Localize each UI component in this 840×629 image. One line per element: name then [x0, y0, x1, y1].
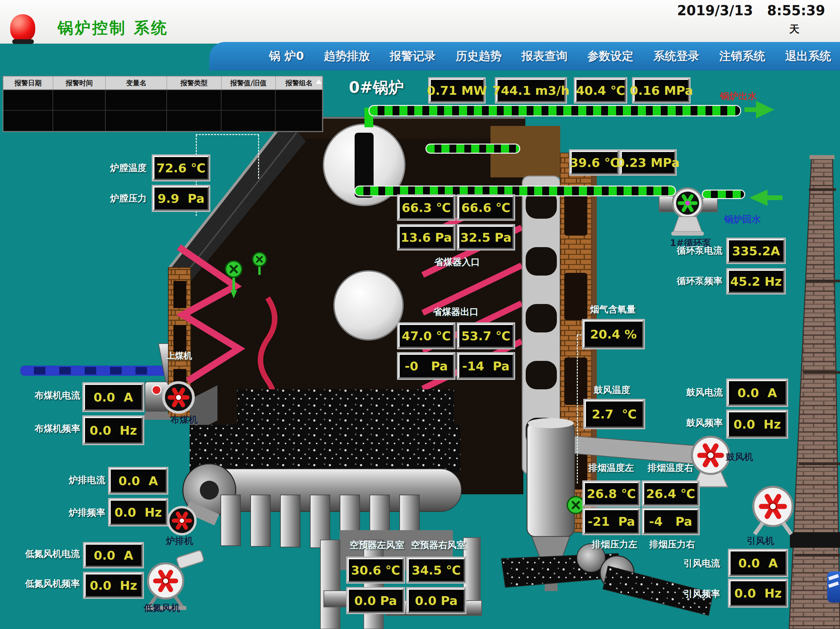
blast-freq-label: 鼓风频率	[686, 417, 723, 429]
return-flow-arrow	[749, 189, 767, 206]
menu-item-trend-emission[interactable]: 趋势排放	[324, 49, 370, 64]
id-freq-gauge: 0.0 Hz	[729, 580, 787, 606]
eco-in-temp-right-gauge: 66.6 ℃	[458, 195, 514, 219]
eco-out-press-right-gauge: -14 Pa	[458, 353, 514, 378]
alarm-lamp-base	[12, 39, 34, 44]
grate-machine-label: 炉排机	[166, 535, 193, 547]
alarm-table-header: 报警日期 报警时间 变量名 报警类型 报警值/旧值 报警组名	[3, 77, 322, 90]
outlet-water-pipe	[368, 105, 741, 117]
aph-left-label: 空预器左风室	[349, 539, 404, 551]
lnox-current-gauge: 0.0 A	[84, 543, 143, 567]
eco-outlet-label: 省煤器出口	[433, 306, 478, 318]
alarm-col-variable: 变量名	[106, 77, 167, 89]
alarm-table[interactable]: 报警日期 报警时间 变量名 报警类型 报警值/旧值 报警组名	[3, 76, 323, 132]
flue-temp-right-label: 排烟温度右	[647, 462, 693, 474]
vendor-logo	[827, 571, 840, 602]
date-text: 2019/3/13	[677, 3, 753, 18]
alarm-col-time: 报警时间	[53, 77, 106, 89]
power-gauge: 0.71 MW	[429, 79, 484, 102]
menu-item-history-trend[interactable]: 历史趋势	[456, 49, 502, 64]
coal-freq-label: 布煤机频率	[35, 422, 80, 435]
o2-label: 烟气含氧量	[590, 303, 636, 315]
pump-freq-label: 循环泵频率	[677, 275, 722, 287]
return-temp-gauge: 39.6 ℃	[570, 151, 619, 174]
eco-in-press-right-gauge: 32.5 Pa	[458, 225, 514, 249]
flue-temp-left-gauge: 26.8 ℃	[584, 482, 639, 505]
eco-in-temp-left-gauge: 66.3 ℃	[398, 195, 454, 219]
internal-pipe	[425, 143, 520, 154]
grate-current-gauge: 0.0 A	[109, 468, 167, 493]
coal-feeder-label: 上煤机	[167, 350, 192, 361]
low-nox-fan-icon[interactable]	[145, 550, 204, 610]
blast-current-label: 鼓风电流	[686, 386, 723, 399]
furnace-press-label: 炉膛压力	[110, 192, 147, 205]
coal-freq-gauge: 0.0 Hz	[84, 417, 143, 444]
eco-out-press-left-gauge: -0 Pa	[398, 353, 454, 378]
alarm-table-row	[3, 90, 322, 111]
furnace-press-gauge: 9.9 Pa	[153, 186, 209, 211]
blast-fan-label: 鼓风机	[726, 451, 753, 463]
menu-item-param-setting[interactable]: 参数设定	[587, 49, 633, 64]
outlet-press-gauge: 0.16 MPa	[633, 79, 689, 102]
instrument-line	[258, 135, 259, 179]
alarm-table-row	[3, 111, 322, 131]
eco-out-temp-right-gauge: 53.7 ℃	[458, 324, 514, 348]
furnace-temp-gauge: 72.6 ℃	[153, 156, 209, 180]
alarm-lamp-icon	[10, 14, 35, 41]
menu-item-report-query[interactable]: 报表查询	[522, 49, 568, 64]
induced-fan-icon[interactable]	[753, 487, 793, 534]
id-freq-label: 引风频率	[684, 588, 720, 600]
menu-item-system-login[interactable]: 系统登录	[654, 49, 699, 64]
outlet-arrow-tail	[744, 107, 756, 112]
menu-item-logout[interactable]: 注销系统	[719, 49, 765, 64]
flue-press-left-gauge: -21 Pa	[584, 509, 639, 534]
pump-freq-gauge: 45.2 Hz	[728, 270, 785, 293]
page-title: 锅炉控制 系统	[58, 17, 168, 39]
outlet-flow-arrow	[756, 101, 774, 118]
coal-current-label: 布煤机电流	[35, 389, 80, 402]
alarm-col-value: 报警值/旧值	[221, 77, 276, 89]
coal-machine-fan-icon[interactable]	[164, 383, 193, 412]
return-arrow-tail	[767, 195, 782, 200]
ash-conveyor	[501, 544, 713, 615]
lnox-current-label: 低氮风机电流	[25, 548, 80, 560]
grate-machine-fan-icon[interactable]	[168, 507, 196, 534]
menu-item-exit[interactable]: 退出系统	[785, 49, 831, 64]
return-water-pipe-2	[702, 189, 745, 199]
eco-inlet-label: 省煤器入口	[434, 256, 480, 268]
grate-freq-label: 炉排频率	[69, 506, 105, 519]
id-current-label: 引风电流	[684, 557, 720, 569]
blast-temp-label: 鼓风温度	[594, 384, 630, 396]
flue-temp-left-label: 排烟温度左	[588, 462, 634, 474]
coal-feed-pipe	[21, 366, 171, 376]
low-nox-fan-label: 低氮风机	[144, 602, 180, 614]
flue-press-left-label: 排烟压力左	[592, 538, 638, 550]
aph-temp-left-gauge: 30.6 ℃	[347, 558, 404, 582]
valve-icon[interactable]	[567, 497, 584, 514]
pump-current-gauge: 335.2A	[728, 239, 785, 263]
return-press-gauge: 0.23 MPa	[621, 151, 676, 174]
outlet-water-label: 锅炉出水	[720, 90, 757, 102]
return-water-pipe	[354, 186, 676, 196]
chimney	[789, 155, 840, 629]
menu-item-alarm-record[interactable]: 报警记录	[390, 49, 436, 64]
blast-fan-icon[interactable]	[692, 437, 729, 487]
scroll-up-icon[interactable]	[316, 79, 322, 84]
alarm-col-date: 报警日期	[3, 77, 53, 89]
instrument-line	[196, 134, 259, 135]
hmi-screen: 锅炉控制 系统 2019/3/13 8:55:39 天 锅 炉0 趋势排放 报警…	[0, 0, 840, 629]
datetime: 2019/3/13 8:55:39	[677, 3, 825, 18]
aph-press-right-gauge: 0.0 Pa	[407, 588, 465, 613]
blast-temp-gauge: 2.7 ℃	[584, 400, 644, 428]
alarm-col-type: 报警类型	[167, 77, 221, 89]
flue-press-right-label: 排烟压力右	[649, 538, 695, 550]
id-current-gauge: 0.0 A	[729, 550, 787, 576]
aph-temp-right-gauge: 34.5 ℃	[407, 558, 465, 582]
eco-in-press-left-gauge: 13.6 Pa	[398, 225, 454, 249]
pump-current-label: 循环泵电流	[677, 244, 722, 257]
coal-current-gauge: 0.0 A	[84, 383, 143, 411]
time-text: 8:55:39	[767, 3, 825, 18]
o2-gauge: 20.4 %	[583, 320, 644, 348]
induced-fan-label: 引风机	[747, 535, 774, 547]
menu-item-boiler0[interactable]: 锅 炉0	[269, 49, 304, 64]
